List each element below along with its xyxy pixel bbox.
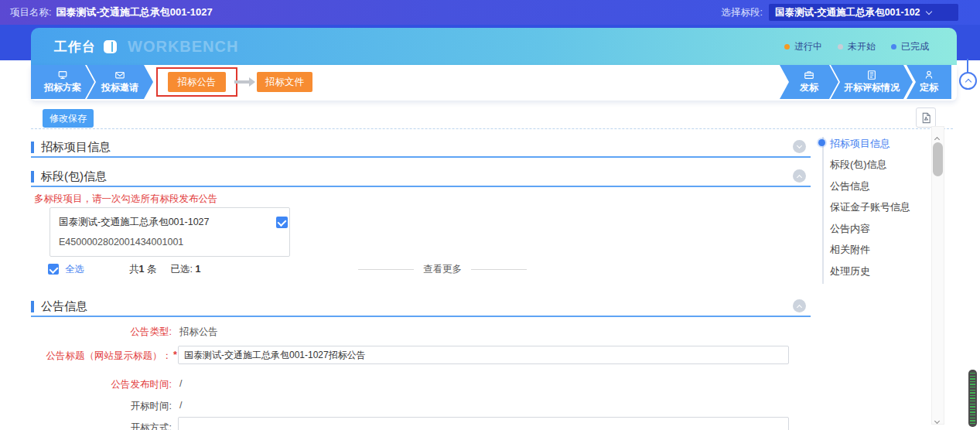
indicator-stripes (970, 373, 975, 424)
chevron-down-icon (797, 142, 802, 148)
workflow-steps-bar: 招标方案 投标邀请 招标公告 招标文件 发标 开标评标情况 定标 (31, 65, 957, 101)
save-button[interactable]: 修改保存 (43, 109, 94, 128)
divider (358, 269, 414, 270)
workbench-header: 工作台 WORKBENCH 进行中 未开始 已完成 (31, 28, 957, 65)
section-title: 公告信息 (41, 299, 87, 314)
step-tender-plan[interactable]: 招标方案 (31, 65, 94, 99)
workbench-watermark: WORKBENCH (128, 38, 238, 56)
section-accent-bar (31, 142, 34, 153)
section-header-project-info: 招标项目信息 (31, 138, 811, 158)
open-time-value: / (179, 400, 182, 411)
anchor-nav-line (822, 137, 824, 284)
divider (471, 269, 527, 270)
project-name-label: 项目名称: (10, 6, 51, 19)
section-title: 招标项目信息 (41, 140, 111, 155)
status-legend: 进行中 未开始 已完成 (784, 28, 929, 65)
step-tender-announcement-button[interactable]: 招标公告 (168, 72, 226, 92)
select-all-checkbox[interactable] (48, 264, 59, 275)
in-progress-dot-icon (784, 44, 790, 49)
step-bid-opening-evaluation[interactable]: 开标评标情况 (831, 65, 913, 99)
chevron-up-icon (797, 174, 802, 179)
step-tender-documents-button[interactable]: 招标文件 (257, 72, 312, 92)
section-header-notice-info: 公告信息 (31, 297, 811, 317)
recording-indicator (968, 370, 977, 427)
pdf-file-icon (920, 112, 932, 124)
required-star: * (173, 350, 177, 360)
open-mode-label: 开标方式: (31, 421, 172, 430)
scroll-down-arrow[interactable] (935, 412, 939, 426)
project-name-value: 国泰测试-交通施工总承包001-1027 (56, 5, 212, 19)
collapse-connector-line (967, 59, 968, 73)
package-checkbox[interactable] (276, 217, 288, 228)
scrollbar-thumb[interactable] (933, 142, 943, 176)
section-accent-bar (31, 171, 34, 183)
chevron-down-icon (934, 418, 940, 424)
collapse-section-button[interactable] (793, 299, 806, 312)
export-pdf-button[interactable] (916, 108, 936, 128)
section-title: 标段(包)信息 (41, 169, 107, 184)
multi-package-warning: 多标段项目，请一次勾选所有标段发布公告 (34, 193, 218, 206)
step-award[interactable]: 定标 (907, 65, 951, 99)
list-icon (866, 70, 877, 80)
step-label: 开标评标情况 (844, 81, 900, 94)
workbench-icon (104, 40, 117, 53)
anchor-notice-info[interactable]: 公告信息 (830, 179, 870, 193)
section-accent-bar (31, 301, 34, 312)
publish-time-value: / (179, 378, 182, 389)
open-mode-input[interactable] (178, 417, 789, 430)
briefcase-icon (804, 70, 814, 80)
step-label: 定标 (920, 81, 938, 94)
collapse-steps-button[interactable] (959, 72, 977, 90)
select-section-label: 选择标段: (722, 6, 763, 19)
publish-time-label: 公告发布时间: (31, 378, 172, 391)
arrow-right-icon (234, 80, 250, 84)
anchor-project-info[interactable]: 招标项目信息 (830, 137, 890, 151)
monitor-icon (57, 70, 68, 80)
person-icon (924, 70, 934, 80)
anchor-deposit-account-info[interactable]: 保证金子账号信息 (830, 200, 910, 214)
section-select[interactable]: 国泰测试-交通施工总承包001-102 (769, 4, 958, 21)
top-bar: 项目名称: 国泰测试-交通施工总承包001-1027 选择标段: 国泰测试-交通… (0, 0, 980, 25)
section-header-package-info: 标段(包)信息 (31, 167, 811, 187)
anchor-attachments[interactable]: 相关附件 (830, 243, 870, 257)
view-more: 查看更多 (357, 263, 528, 275)
chevron-up-icon (965, 79, 971, 85)
notice-title-label: 公告标题（网站显示标题）： (31, 350, 172, 363)
total-count: 共1 条 (129, 263, 156, 276)
section-select-value: 国泰测试-交通施工总承包001-102 (775, 6, 920, 19)
package-list-item[interactable]: 国泰测试-交通施工总承包001-1027 E450000280200143400… (50, 207, 290, 257)
select-all-label[interactable]: 全选 (65, 263, 84, 276)
selection-summary-row: 全选 共1 条 已选: 1 (48, 263, 200, 275)
active-anchor-dot-icon (818, 139, 825, 146)
anchor-history[interactable]: 处理历史 (830, 264, 870, 278)
notice-type-label: 公告类型: (31, 326, 172, 339)
legend-not-started: 未开始 (838, 40, 876, 53)
completed-dot-icon (891, 44, 896, 49)
collapse-section-button[interactable] (793, 169, 806, 183)
step-label: 招标方案 (44, 81, 81, 94)
chevron-up-icon (797, 304, 802, 309)
package-title: 国泰测试-交通施工总承包001-1027 (59, 216, 210, 229)
step-label: 发标 (800, 81, 818, 94)
legend-in-progress: 进行中 (784, 40, 822, 53)
divider (31, 128, 953, 129)
chevron-down-icon (925, 8, 931, 14)
collapse-section-button[interactable] (793, 140, 806, 153)
open-time-label: 开标时间: (31, 400, 172, 413)
chevron-up-icon (934, 137, 940, 142)
step-label: 投标邀请 (101, 81, 138, 94)
selected-count: 已选: 1 (170, 263, 200, 276)
package-code: E4500002802001434001001 (59, 237, 183, 247)
not-started-dot-icon (838, 44, 843, 49)
mail-icon (114, 70, 125, 80)
workbench-title: 工作台 (54, 38, 96, 56)
legend-completed: 已完成 (891, 40, 929, 53)
view-more-link[interactable]: 查看更多 (423, 263, 462, 276)
anchor-package-info[interactable]: 标段(包)信息 (830, 158, 887, 172)
anchor-notice-content[interactable]: 公告内容 (830, 222, 870, 236)
notice-type-value: 招标公告 (179, 326, 218, 339)
step-issue-bid[interactable]: 发标 (780, 65, 838, 99)
step-bid-invitation[interactable]: 投标邀请 (87, 65, 153, 99)
notice-title-input[interactable] (178, 346, 789, 364)
